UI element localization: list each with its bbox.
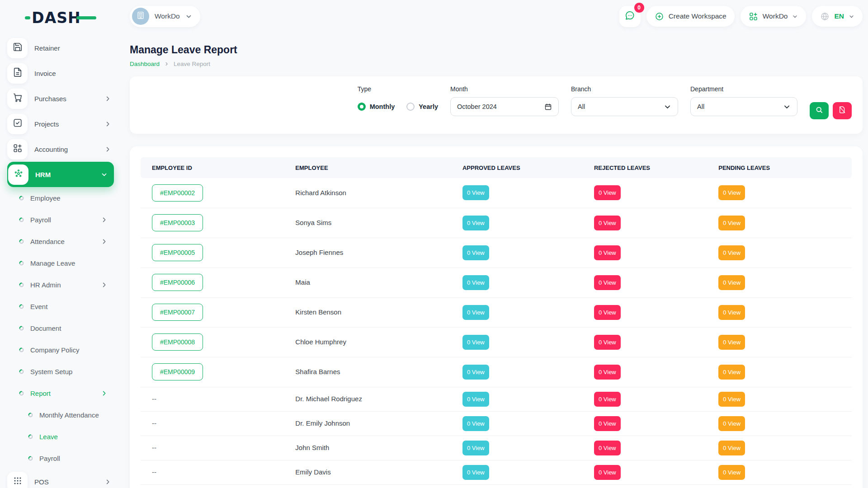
- create-workspace-button[interactable]: Create Workspace: [646, 6, 735, 27]
- rejected-leaves-badge[interactable]: 0 View: [594, 335, 621, 350]
- pending-leaves-badge[interactable]: 0 View: [718, 335, 745, 350]
- sidebar-item-accounting[interactable]: Accounting: [7, 136, 114, 162]
- breadcrumb: Dashboard Leave Report: [130, 61, 863, 67]
- sidebar-subitem-label: HR Admin: [30, 281, 61, 289]
- month-filter: Month October 2024: [450, 85, 559, 125]
- sidebar-item-purchases[interactable]: Purchases: [7, 86, 114, 111]
- approved-leaves-badge[interactable]: 0 View: [462, 392, 489, 407]
- app-switcher-button[interactable]: WorkDo: [741, 6, 807, 27]
- approved-leaves-badge[interactable]: 0 View: [462, 465, 489, 480]
- sidebar-subitem-payroll[interactable]: Payroll: [7, 447, 114, 469]
- approved-leaves-badge[interactable]: 0 View: [462, 216, 489, 230]
- sidebar-item-projects[interactable]: Projects: [7, 111, 114, 136]
- reset-button[interactable]: [833, 102, 852, 119]
- rejected-leaves-badge[interactable]: 0 View: [594, 216, 621, 230]
- employee-id-badge[interactable]: #EMP00005: [152, 244, 203, 261]
- sidebar-subitem-document[interactable]: Document: [7, 317, 114, 339]
- topbar-right: 0 Create Workspace WorkDo EN: [619, 6, 863, 27]
- breadcrumb-dashboard-link[interactable]: Dashboard: [130, 61, 160, 67]
- invoice-icon: [13, 67, 23, 79]
- month-input[interactable]: October 2024: [450, 97, 559, 116]
- sidebar-subitem-hr-admin[interactable]: HR Admin: [7, 274, 114, 296]
- pending-leaves-badge[interactable]: 0 View: [718, 305, 745, 320]
- sidebar-subitem-leave[interactable]: Leave: [7, 426, 114, 447]
- sidebar-item-invoice[interactable]: Invoice: [7, 61, 114, 86]
- employee-id-badge[interactable]: #EMP00007: [152, 304, 203, 321]
- sidebar-subitem-employee[interactable]: Employee: [7, 187, 114, 209]
- sidebar-item-retainer[interactable]: Retainer: [7, 35, 114, 61]
- sidebar-subitem-label: Payroll: [30, 216, 51, 224]
- messages-button[interactable]: 0: [619, 6, 641, 27]
- sidebar-item-label: Retainer: [34, 44, 60, 52]
- rejected-leaves-badge[interactable]: 0 View: [594, 185, 621, 200]
- department-value: All: [697, 103, 704, 110]
- pending-leaves-badge[interactable]: 0 View: [718, 365, 745, 380]
- bullet-icon: [19, 326, 24, 331]
- radio-monthly[interactable]: Monthly: [358, 103, 395, 111]
- search-icon: [815, 106, 823, 115]
- radio-selected-icon: [358, 103, 366, 111]
- approved-leaves-badge[interactable]: 0 View: [462, 441, 489, 455]
- sidebar-subitem-system-setup[interactable]: System Setup: [7, 361, 114, 382]
- employee-id-badge[interactable]: #EMP00008: [152, 333, 203, 351]
- sidebar-subitem-event[interactable]: Event: [7, 296, 114, 317]
- type-label: Type: [358, 85, 438, 93]
- app-logo[interactable]: DASH: [25, 9, 96, 27]
- approved-leaves-badge[interactable]: 0 View: [462, 245, 489, 260]
- month-value: October 2024: [457, 103, 497, 110]
- approved-leaves-badge[interactable]: 0 View: [462, 305, 489, 320]
- bullet-icon: [19, 391, 24, 396]
- employee-id-badge[interactable]: #EMP00006: [152, 274, 203, 291]
- sidebar-item-hrm[interactable]: HRM: [7, 162, 114, 187]
- employee-id-badge[interactable]: #EMP00002: [152, 184, 203, 202]
- pending-leaves-badge[interactable]: 0 View: [718, 275, 745, 290]
- employee-name: Dr. Michael Rodriguez: [295, 395, 362, 403]
- rejected-leaves-badge[interactable]: 0 View: [594, 305, 621, 320]
- pending-leaves-badge[interactable]: 0 View: [718, 245, 745, 260]
- employee-id-badge[interactable]: #EMP00009: [152, 363, 203, 380]
- approved-leaves-badge[interactable]: 0 View: [462, 185, 489, 200]
- sidebar-item-pos[interactable]: POS: [7, 469, 114, 488]
- pending-leaves-badge[interactable]: 0 View: [718, 465, 745, 480]
- rejected-leaves-badge[interactable]: 0 View: [594, 416, 621, 431]
- sidebar-item-label: Accounting: [34, 145, 68, 153]
- chevron-right-icon: [104, 146, 111, 153]
- rejected-leaves-badge[interactable]: 0 View: [594, 465, 621, 480]
- rejected-leaves-badge[interactable]: 0 View: [594, 365, 621, 380]
- rejected-leaves-badge[interactable]: 0 View: [594, 275, 621, 290]
- sidebar-subitem-payroll[interactable]: Payroll: [7, 209, 114, 230]
- approved-leaves-badge[interactable]: 0 View: [462, 365, 489, 380]
- department-select[interactable]: All: [690, 97, 797, 116]
- sidebar-item-label: Invoice: [34, 70, 56, 77]
- sidebar-subitem-report[interactable]: Report: [7, 382, 114, 404]
- save-icon: [13, 42, 23, 54]
- language-selector[interactable]: EN: [812, 6, 863, 27]
- branch-select[interactable]: All: [571, 97, 678, 116]
- approved-leaves-badge[interactable]: 0 View: [462, 335, 489, 350]
- search-button[interactable]: [810, 102, 829, 119]
- table-row: #EMP00003 Sonya Sims 0 View 0 View 0 Vie…: [141, 208, 852, 238]
- approved-leaves-badge[interactable]: 0 View: [462, 275, 489, 290]
- hrm-submenu: Employee Payroll Attendance Manage Leave…: [7, 187, 114, 404]
- rejected-leaves-badge[interactable]: 0 View: [594, 245, 621, 260]
- leave-report-table-card: EMPLOYEE IDEMPLOYEEAPPROVED LEAVESREJECT…: [130, 146, 863, 488]
- pending-leaves-badge[interactable]: 0 View: [718, 416, 745, 431]
- filter-actions: [810, 96, 852, 125]
- sidebar-subitem-manage-leave[interactable]: Manage Leave: [7, 252, 114, 274]
- employee-id-badge[interactable]: #EMP00003: [152, 214, 203, 231]
- pending-leaves-badge[interactable]: 0 View: [718, 441, 745, 455]
- sidebar-subitem-label: Manage Leave: [30, 259, 75, 267]
- radio-yearly[interactable]: Yearly: [406, 103, 438, 111]
- rejected-leaves-badge[interactable]: 0 View: [594, 392, 621, 407]
- pending-leaves-badge[interactable]: 0 View: [718, 392, 745, 407]
- chevron-right-icon: [104, 479, 111, 485]
- sidebar-subitem-label: Leave: [39, 433, 58, 441]
- sidebar-subitem-monthly-attendance[interactable]: Monthly Attendance: [7, 404, 114, 426]
- approved-leaves-badge[interactable]: 0 View: [462, 416, 489, 431]
- workspace-selector[interactable]: WorkDo: [130, 6, 200, 27]
- rejected-leaves-badge[interactable]: 0 View: [594, 441, 621, 455]
- pending-leaves-badge[interactable]: 0 View: [718, 216, 745, 230]
- pending-leaves-badge[interactable]: 0 View: [718, 185, 745, 200]
- sidebar-subitem-attendance[interactable]: Attendance: [7, 230, 114, 252]
- sidebar-subitem-company-policy[interactable]: Company Policy: [7, 339, 114, 361]
